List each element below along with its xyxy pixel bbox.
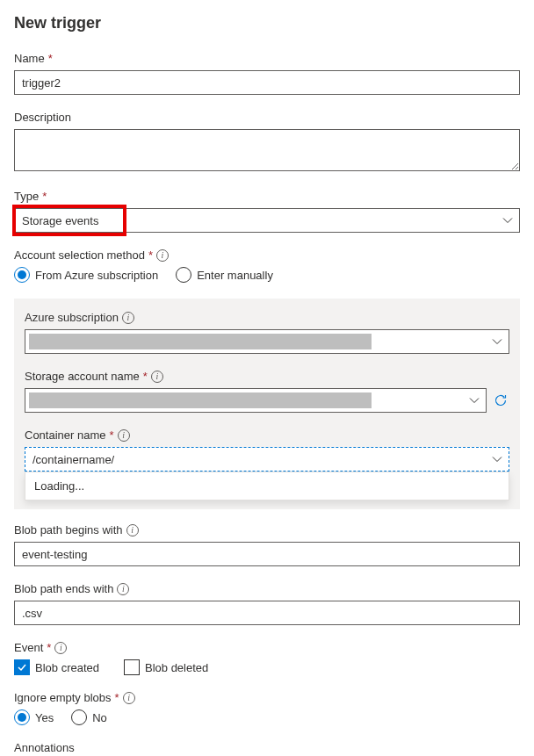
description-input[interactable] (14, 129, 520, 171)
container-select[interactable]: /containername/ (25, 447, 509, 472)
azure-subscription-select[interactable] (25, 329, 509, 354)
refresh-button[interactable] (492, 388, 509, 413)
blob-ends-label: Blob path ends with i (14, 582, 520, 595)
container-dropdown-popup: Loading... (25, 472, 509, 500)
storage-account-select[interactable] (25, 388, 487, 413)
azure-config-panel: Azure subscription i Storage account nam… (14, 299, 520, 509)
type-select[interactable]: Storage events (14, 208, 520, 233)
required-asterisk: * (143, 370, 148, 383)
radio-enter-manually[interactable]: Enter manually (176, 267, 273, 283)
description-label: Description (14, 111, 520, 124)
radio-label: No (92, 711, 107, 724)
radio-label: Enter manually (197, 269, 273, 282)
checkbox-blob-deleted[interactable]: Blob deleted (124, 659, 208, 675)
info-icon[interactable]: i (126, 524, 139, 536)
name-input[interactable] (14, 70, 520, 95)
ignore-empty-field: Ignore empty blobs* i Yes No (14, 691, 520, 725)
info-icon[interactable]: i (122, 312, 134, 324)
azure-subscription-label: Azure subscription i (25, 311, 509, 324)
radio-label: Yes (35, 711, 54, 724)
info-icon[interactable]: i (118, 429, 130, 442)
blob-begins-field: Blob path begins with i (14, 523, 520, 566)
blob-begins-label: Blob path begins with i (14, 523, 520, 536)
loading-text: Loading... (34, 479, 84, 493)
container-field: Container name* i /containername/ Loadin… (25, 428, 509, 500)
event-label: Event* i (14, 641, 520, 654)
info-icon[interactable]: i (117, 583, 129, 595)
required-asterisk: * (48, 52, 53, 65)
container-label: Container name* i (25, 428, 509, 442)
event-field: Event* i Blob created Blob deleted (14, 641, 520, 675)
blob-ends-field: Blob path ends with i (14, 582, 520, 625)
annotations-field: Annotations + New (14, 741, 520, 756)
radio-from-azure[interactable]: From Azure subscription (14, 267, 158, 283)
refresh-icon (494, 393, 508, 407)
radio-label: From Azure subscription (35, 269, 158, 282)
annotations-label: Annotations (14, 741, 520, 754)
type-label: Type* (14, 190, 520, 203)
checkbox-blob-created[interactable]: Blob created (14, 659, 99, 675)
radio-no[interactable]: No (71, 709, 107, 725)
required-asterisk: * (110, 428, 114, 442)
blob-ends-input[interactable] (14, 601, 520, 625)
description-field: Description (14, 111, 520, 174)
storage-account-field: Storage account name* i (25, 370, 487, 413)
checkmark-icon (17, 662, 27, 673)
azure-subscription-field: Azure subscription i (25, 311, 509, 354)
required-asterisk: * (47, 641, 51, 654)
required-asterisk: * (42, 190, 47, 203)
info-icon[interactable]: i (54, 642, 67, 654)
checkbox-label: Blob deleted (145, 661, 208, 674)
page-title: New trigger (14, 14, 520, 32)
required-asterisk: * (148, 248, 153, 262)
event-checkbox-group: Blob created Blob deleted (14, 659, 520, 675)
blob-begins-input[interactable] (14, 542, 520, 566)
name-field: Name* (14, 52, 520, 95)
account-selection-radio-group: From Azure subscription Enter manually (14, 267, 520, 283)
ignore-empty-label: Ignore empty blobs* i (14, 691, 520, 704)
storage-account-label: Storage account name* i (25, 370, 487, 383)
account-selection-field: Account selection method* i From Azure s… (14, 248, 520, 283)
checkbox-label: Blob created (35, 661, 99, 674)
ignore-empty-radio-group: Yes No (14, 709, 520, 725)
type-field: Type* Storage events (14, 190, 520, 233)
info-icon[interactable]: i (123, 692, 135, 704)
account-selection-label: Account selection method* i (14, 248, 520, 262)
info-icon[interactable]: i (156, 249, 169, 262)
required-asterisk: * (115, 691, 119, 704)
info-icon[interactable]: i (151, 371, 163, 383)
radio-yes[interactable]: Yes (14, 709, 54, 725)
name-label: Name* (14, 52, 520, 65)
